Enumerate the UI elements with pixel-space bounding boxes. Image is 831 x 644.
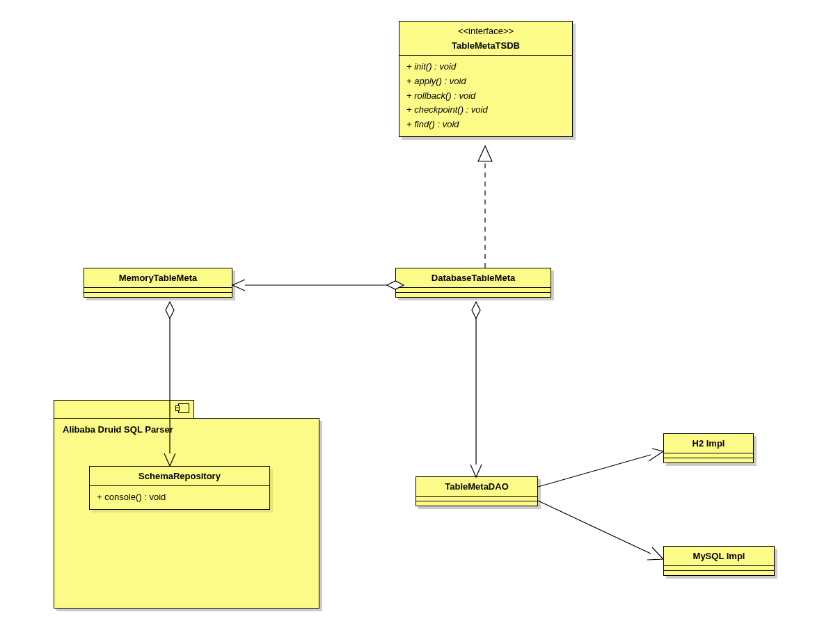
package-tab bbox=[54, 400, 194, 419]
class-mysql-impl: MySQL Impl bbox=[663, 546, 775, 576]
method: + console() : void bbox=[97, 490, 262, 505]
class-database-table-meta: DatabaseTableMeta bbox=[395, 268, 551, 298]
package-title: Alibaba Druid SQL Parser bbox=[54, 419, 319, 440]
class-schema-repository: SchemaRepository + console() : void bbox=[89, 466, 270, 510]
stereotype-label: <<interface>> bbox=[399, 22, 572, 36]
svg-marker-4 bbox=[166, 302, 174, 319]
svg-marker-1 bbox=[478, 146, 492, 161]
class-h2-impl: H2 Impl bbox=[663, 433, 754, 463]
svg-line-8 bbox=[538, 455, 651, 487]
class-title: TableMetaDAO bbox=[416, 477, 537, 496]
class-title: H2 Impl bbox=[664, 434, 753, 453]
method: + rollback() : void bbox=[406, 89, 565, 104]
package-druid-sql-parser: Alibaba Druid SQL Parser SchemaRepositor… bbox=[54, 418, 319, 609]
method: + apply() : void bbox=[406, 74, 565, 89]
svg-marker-6 bbox=[472, 302, 480, 319]
class-tablemeta-tsdb: <<interface>> TableMetaTSDB + init() : v… bbox=[399, 21, 573, 137]
method: + find() : void bbox=[406, 118, 565, 132]
class-title: DatabaseTableMeta bbox=[396, 268, 551, 287]
class-title: SchemaRepository bbox=[90, 467, 269, 485]
class-title: MemoryTableMeta bbox=[84, 268, 232, 287]
svg-line-9 bbox=[538, 501, 651, 554]
method: + init() : void bbox=[406, 60, 565, 74]
class-title: TableMetaTSDB bbox=[399, 36, 572, 55]
method: + checkpoint() : void bbox=[406, 103, 565, 118]
component-icon bbox=[178, 403, 189, 413]
class-title: MySQL Impl bbox=[664, 547, 774, 565]
class-memory-table-meta: MemoryTableMeta bbox=[84, 268, 232, 298]
class-table-meta-dao: TableMetaDAO bbox=[416, 476, 538, 506]
